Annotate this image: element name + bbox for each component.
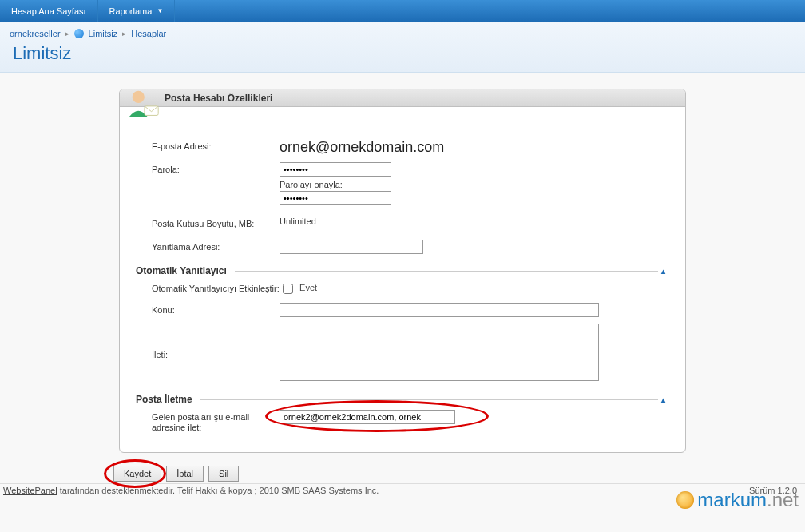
save-button[interactable]: Kaydet: [113, 466, 161, 482]
breadcrumb-limitless[interactable]: Limitsiz: [89, 29, 118, 38]
page-title: Limitsiz: [13, 43, 795, 64]
value-email: ornek@ornekdomain.com: [280, 139, 669, 156]
label-reply-to: Yanıtlama Adresi:: [152, 240, 280, 252]
label-mailbox-size: Posta Kutusu Boyutu, MB:: [152, 216, 280, 228]
password-field[interactable]: [280, 162, 391, 177]
label-forward-to: Gelen postaları şu e-mail adresine ilet:: [152, 410, 280, 433]
footer-powered-link[interactable]: WebsitePanel: [3, 486, 58, 495]
divider: [200, 399, 658, 400]
label-password: Parola:: [152, 162, 280, 174]
button-row: Kaydet İptal Sil: [113, 466, 805, 482]
globe-icon: [74, 29, 84, 38]
message-field[interactable]: [280, 324, 599, 381]
section-autoresponder-label: Otomatik Yanıtlayıcı: [136, 265, 227, 276]
label-subject: Konu:: [152, 303, 280, 315]
label-yes: Evet: [299, 283, 317, 292]
collapse-up-icon[interactable]: ▴: [661, 267, 669, 276]
logo-text-1: markum: [697, 489, 767, 511]
brand-logo: markum.net: [676, 489, 799, 511]
breadcrumb-sep-icon: ▸: [65, 30, 69, 38]
breadcrumb-reseller[interactable]: ornekreseller: [10, 29, 61, 38]
label-email: E-posta Adresi:: [152, 139, 280, 151]
cancel-button[interactable]: İptal: [166, 466, 204, 482]
section-autoresponder: Otomatik Yanıtlayıcı ▴: [136, 265, 669, 276]
breadcrumb-accounts[interactable]: Hesaplar: [131, 29, 166, 38]
nav-home-label: Hesap Ana Sayfası: [11, 6, 86, 16]
section-forwarding-label: Posta İletme: [136, 394, 192, 405]
collapse-up-icon[interactable]: ▴: [661, 395, 669, 404]
nav-reporting[interactable]: Raporlama ▼: [98, 0, 176, 22]
breadcrumb-sep-icon: ▸: [122, 30, 126, 38]
breadcrumb: ornekreseller ▸ Limitsiz ▸ Hesaplar: [10, 29, 795, 38]
breadcrumb-bar: ornekreseller ▸ Limitsiz ▸ Hesaplar Limi…: [0, 22, 805, 73]
mail-account-panel: Posta Hesabı Özellikleri E-posta Adresi:…: [119, 89, 686, 453]
reply-to-field[interactable]: [280, 240, 423, 254]
label-confirm-password: Parolayı onayla:: [280, 180, 669, 189]
nav-home[interactable]: Hesap Ana Sayfası: [0, 0, 98, 22]
logo-text-2: .net: [767, 489, 799, 511]
logo-orb-icon: [676, 491, 694, 509]
section-forwarding: Posta İletme ▴: [136, 394, 669, 405]
svg-point-0: [133, 91, 145, 103]
subject-field[interactable]: [280, 303, 599, 317]
label-message: İleti:: [152, 347, 280, 359]
value-mailbox-size: Unlimited: [280, 216, 669, 226]
panel-header: Posta Hesabı Özellikleri: [120, 89, 685, 107]
panel-title: Posta Hesabı Özellikleri: [165, 93, 272, 104]
nav-reporting-label: Raporlama: [109, 6, 153, 16]
delete-button[interactable]: Sil: [208, 466, 239, 482]
label-autoresponder-enable: Otomatik Yanıtlayıcıyı Etkinleştir:: [152, 281, 280, 294]
forward-to-field[interactable]: [280, 410, 455, 424]
autoresponder-checkbox[interactable]: [283, 284, 293, 294]
divider: [235, 271, 658, 272]
top-nav: Hesap Ana Sayfası Raporlama ▼: [0, 0, 805, 22]
chevron-down-icon: ▼: [157, 7, 163, 14]
confirm-password-field[interactable]: [280, 191, 391, 205]
footer-powered-text: tarafından desteklenmektedir. Telif Hakk…: [58, 486, 379, 495]
